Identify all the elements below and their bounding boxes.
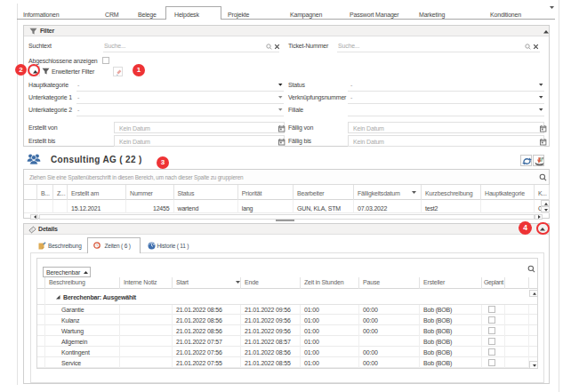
- ticket-grid-column-Hauptkategorie[interactable]: Hauptkategorie: [481, 185, 535, 200]
- date-left-input[interactable]: Kein Datum: [114, 135, 285, 147]
- ticket-grid-column-Z...[interactable]: Z...: [53, 185, 68, 200]
- ticket-grid-column-Status[interactable]: Status: [174, 185, 238, 200]
- times-grid-column-Interne Notiz[interactable]: Interne Notiz: [120, 277, 173, 289]
- times-grid-column-Beschreibung[interactable]: Beschreibung: [45, 277, 120, 289]
- times-grid-column-Ende[interactable]: Ende: [241, 277, 301, 289]
- ticket-grid-column-K...[interactable]: K...: [535, 185, 550, 200]
- times-grid-row[interactable]: Garantie21.01.2022 08:5621.01.2022 09:56…: [37, 305, 537, 316]
- times-grid-row[interactable]: Wartung21.01.2022 08:5621.01.2022 09:560…: [37, 325, 537, 336]
- ticket-grid-row[interactable]: 15.12.202112455wartendlangGUN, KLA, STM0…: [24, 200, 549, 213]
- tab-projekte[interactable]: Projekte: [228, 10, 249, 20]
- group-expand-icon[interactable]: [56, 295, 60, 300]
- times-grid-row[interactable]: Kontingent21.01.2022 07:5621.01.2022 08:…: [37, 347, 537, 357]
- geplant-checkbox[interactable]: [488, 348, 495, 356]
- ticket-grid-column-Fälligkeitsdatum[interactable]: Fälligkeitsdatum: [354, 185, 422, 200]
- times-grid-column-Geplant[interactable]: Geplant: [482, 277, 505, 289]
- ticket-grid-column-B...[interactable]: B...: [37, 185, 53, 200]
- details-tab-historie[interactable]: Historie ( 11 ): [148, 242, 180, 248]
- details-tab-beschreibung[interactable]: Beschreibung: [38, 242, 72, 248]
- times-grid-group-row[interactable]: Berechenbar: Ausgewählt: [37, 289, 537, 305]
- ticket-grid-column-Kurzbeschreibung[interactable]: Kurzbeschreibung: [422, 185, 481, 200]
- times-grid-header-row: BeschreibungInterne NotizStartEndeZeit i…: [37, 277, 537, 289]
- times-grid-column-Ersteller[interactable]: Ersteller: [420, 277, 482, 289]
- date-right-input[interactable]: Kein Datum: [348, 122, 544, 133]
- dropdown-left-value[interactable]: -: [77, 94, 79, 100]
- tab-konditionen[interactable]: Konditionen: [490, 10, 521, 20]
- ticket-grid-column-Erstellt am[interactable]: Erstellt am: [68, 185, 126, 200]
- groupby-hint: Ziehen Sie eine Spaltenüberschrift in di…: [29, 174, 243, 180]
- times-grid-row[interactable]: Service21.01.2022 07:5521.01.2022 08:550…: [37, 357, 537, 368]
- geplant-checkbox[interactable]: [488, 359, 495, 366]
- ticket-grid-column-Nummer[interactable]: Nummer: [126, 185, 174, 200]
- export-button[interactable]: [533, 155, 544, 166]
- filter-collapse-button[interactable]: [543, 28, 552, 35]
- times-grid-row-indicator: [37, 315, 45, 325]
- calendar-icon[interactable]: [540, 139, 546, 145]
- tab-kampagnen[interactable]: Kampagnen: [290, 10, 322, 20]
- ticket-nummer-search-icon[interactable]: [525, 44, 531, 50]
- refresh-button[interactable]: [520, 155, 532, 166]
- filter-panel: Filter Suchtext Suche... Ticket-Nummer S…: [23, 25, 550, 147]
- date-right-input[interactable]: Kein Datum: [348, 135, 544, 147]
- times-grid-cell-ersteller: Bob (BOB): [420, 357, 482, 368]
- ticket-grid-vscroll-down[interactable]: [541, 206, 550, 212]
- geplant-checkbox[interactable]: [488, 306, 495, 313]
- times-grid-column-indicator[interactable]: [505, 277, 529, 289]
- tab-informationen[interactable]: Informationen: [23, 10, 59, 20]
- geplant-checkbox[interactable]: [488, 316, 495, 324]
- group-chip-berechenbar[interactable]: Berechenbar: [43, 267, 91, 277]
- dropdown-right-value[interactable]: -: [350, 82, 352, 88]
- annotation-ring-expand: [28, 64, 40, 76]
- dropdown-right-label: Filiale: [288, 107, 303, 113]
- dropdown-left-value[interactable]: -: [77, 82, 79, 88]
- ticket-nummer-clear-icon[interactable]: [533, 44, 539, 50]
- tab-passwort-manager[interactable]: Passwort Manager: [350, 10, 398, 20]
- tab-belege[interactable]: Belege: [138, 10, 157, 20]
- ticket-grid-hscroll-thumb[interactable]: [39, 214, 535, 220]
- ticket-grid-column-Priorität[interactable]: Priorität: [238, 185, 294, 200]
- times-grid-cell-pause: 00:00: [359, 357, 420, 368]
- geplant-checkbox[interactable]: [488, 327, 495, 334]
- dropdown-right-value[interactable]: -: [350, 94, 352, 100]
- times-grid-column-Pause[interactable]: Pause: [359, 277, 420, 289]
- abgeschlossene-checkbox[interactable]: [102, 57, 109, 64]
- ticket-grid-cell: [53, 200, 68, 213]
- times-grid-column-Start[interactable]: Start: [173, 277, 241, 289]
- times-grid-column-indicator[interactable]: [37, 277, 45, 289]
- calendar-icon[interactable]: [278, 139, 285, 145]
- suchtext-search-icon[interactable]: [266, 44, 272, 50]
- ticket-grid-hscroll-right[interactable]: [535, 214, 543, 220]
- times-grid-column-Zeit in Stunden[interactable]: Zeit in Stunden: [301, 277, 359, 289]
- tab-helpdesk[interactable]: Helpdesk: [174, 10, 199, 20]
- dropdown-left-label: Unterkategorie 1: [28, 94, 72, 100]
- times-grid-cell-ende: 21.01.2022 08:55: [241, 357, 301, 368]
- suchtext-clear-icon[interactable]: [274, 44, 280, 50]
- details-collapse-button[interactable]: [540, 226, 549, 233]
- ticket-grid-vscroll-up[interactable]: [541, 200, 550, 206]
- tab-marketing[interactable]: Marketing: [419, 10, 445, 20]
- suchtext-input[interactable]: Suche...: [104, 43, 125, 49]
- ticket-grid-groupby-area[interactable]: Ziehen Sie eine Spaltenüberschrift in di…: [24, 170, 549, 185]
- ticket-nummer-input[interactable]: Suche...: [338, 43, 359, 49]
- advanced-filter-label[interactable]: Erweiterter Filter: [52, 68, 94, 75]
- times-grid-cell-start: 21.01.2022 08:56: [173, 315, 241, 325]
- ticket-grid-column-Bearbeiter[interactable]: Bearbeiter: [294, 185, 354, 200]
- geplant-checkbox[interactable]: [488, 338, 495, 345]
- tab-crm[interactable]: CRM: [105, 10, 118, 20]
- times-grid-search-icon[interactable]: [527, 265, 535, 273]
- ticket-grid-search-icon[interactable]: [539, 173, 547, 181]
- times-grid-row[interactable]: Kulanz21.01.2022 08:5621.01.2022 09:5601…: [37, 315, 537, 325]
- ticket-grid-hscroll-left[interactable]: [30, 214, 38, 220]
- details-tab-zeiten[interactable]: Zeiten ( 6 ): [93, 242, 119, 248]
- times-grid-vscroll-down[interactable]: [529, 361, 538, 369]
- advanced-filter-edit-button[interactable]: [113, 67, 123, 76]
- calendar-icon[interactable]: [540, 125, 546, 132]
- details-tab-label: Historie ( 11 ): [157, 243, 189, 249]
- splitter-grip[interactable]: [276, 220, 294, 221]
- times-grid-row[interactable]: Allgemein21.01.2022 07:5721.01.2022 08:5…: [37, 336, 537, 347]
- times-grid-vscroll-up[interactable]: [529, 290, 538, 297]
- ticket-grid-column-indicator[interactable]: [24, 185, 37, 200]
- calendar-icon[interactable]: [278, 125, 285, 132]
- dropdown-left-value[interactable]: -: [77, 107, 79, 113]
- date-left-input[interactable]: Kein Datum: [114, 122, 285, 133]
